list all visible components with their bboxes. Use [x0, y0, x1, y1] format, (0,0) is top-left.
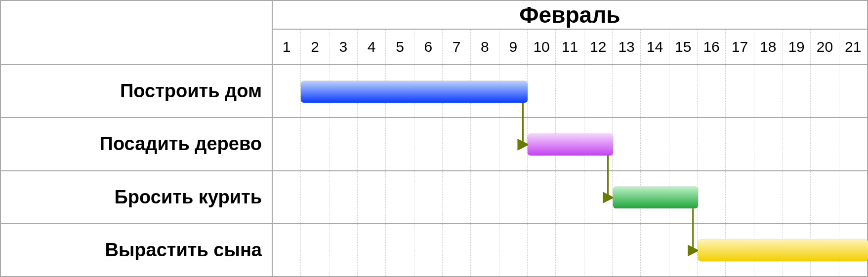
- grid-col: [273, 65, 301, 117]
- grid-col: [301, 224, 329, 276]
- day-label: 20: [811, 30, 839, 64]
- grid-col: [641, 224, 669, 276]
- grid-col: [811, 65, 839, 117]
- grid-col: [811, 118, 839, 170]
- grid-col: [754, 224, 783, 276]
- grid-col: [443, 224, 471, 276]
- day-label: 4: [358, 30, 386, 64]
- task-label: Вырастить сына: [1, 224, 273, 276]
- grid-col: [556, 224, 584, 276]
- grid-col: [839, 224, 867, 276]
- grid-col: [443, 118, 471, 170]
- grid-col: [584, 118, 613, 170]
- grid-col: [641, 65, 669, 117]
- grid-col: [726, 224, 754, 276]
- grid-col: [839, 65, 867, 117]
- grid-col: [414, 224, 443, 276]
- grid-col: [273, 118, 301, 170]
- grid-col: [443, 65, 471, 117]
- grid-col: [613, 171, 641, 223]
- days-scale: 123456789101112131415161718192021: [273, 30, 867, 64]
- day-label: 18: [754, 30, 783, 64]
- grid-col: [358, 118, 386, 170]
- day-label: 16: [698, 30, 726, 64]
- grid-col: [273, 171, 301, 223]
- grid-col: [698, 65, 726, 117]
- task-label: Посадить дерево: [1, 118, 273, 170]
- grid-col: [811, 171, 839, 223]
- day-label: 17: [726, 30, 754, 64]
- gantt-chart: Февраль 12345678910111213141516171819202…: [0, 0, 868, 277]
- grid-col: [669, 65, 698, 117]
- day-label: 8: [471, 30, 499, 64]
- grid-col: [414, 171, 443, 223]
- grid-col: [499, 171, 528, 223]
- task-timeline: [273, 171, 867, 223]
- grid-col: [528, 118, 556, 170]
- grid-col: [669, 224, 698, 276]
- grid-col: [273, 224, 301, 276]
- grid-col: [726, 118, 754, 170]
- grid-col: [556, 65, 584, 117]
- day-label: 3: [330, 30, 358, 64]
- grid-col: [669, 171, 698, 223]
- grid-col: [358, 224, 386, 276]
- grid-col: [499, 65, 528, 117]
- grid-col: [839, 171, 867, 223]
- grid-col: [499, 224, 528, 276]
- grid-col: [386, 118, 414, 170]
- grid-col: [330, 224, 358, 276]
- task-row: Бросить курить: [1, 171, 867, 224]
- grid-col: [698, 171, 726, 223]
- day-label: 10: [528, 30, 556, 64]
- day-label: 14: [641, 30, 669, 64]
- grid-col: [301, 65, 329, 117]
- grid-col: [556, 118, 584, 170]
- task-row: Вырастить сына: [1, 224, 867, 276]
- grid-col: [471, 171, 499, 223]
- grid-col: [783, 118, 811, 170]
- grid-col: [839, 118, 867, 170]
- grid-col: [330, 171, 358, 223]
- task-label: Бросить курить: [1, 171, 273, 223]
- grid-col: [613, 224, 641, 276]
- task-row: Построить дом: [1, 65, 867, 118]
- day-label: 21: [839, 30, 867, 64]
- day-label: 2: [301, 30, 329, 64]
- grid-col: [726, 65, 754, 117]
- day-label: 1: [273, 30, 301, 64]
- grid-col: [584, 171, 613, 223]
- grid-col: [330, 65, 358, 117]
- day-label: 11: [556, 30, 584, 64]
- day-label: 13: [613, 30, 641, 64]
- grid-col: [386, 65, 414, 117]
- day-label: 5: [386, 30, 414, 64]
- day-label: 6: [414, 30, 443, 64]
- grid-col: [641, 118, 669, 170]
- grid-col: [301, 171, 329, 223]
- grid-col: [754, 171, 783, 223]
- day-label: 15: [669, 30, 698, 64]
- grid-col: [301, 118, 329, 170]
- corner-cell: [1, 1, 273, 65]
- grid-col: [358, 65, 386, 117]
- grid-col: [726, 171, 754, 223]
- grid-col: [698, 118, 726, 170]
- grid-col: [386, 224, 414, 276]
- grid-col: [613, 65, 641, 117]
- grid-col: [414, 65, 443, 117]
- grid-col: [471, 118, 499, 170]
- grid-col: [669, 118, 698, 170]
- grid-col: [443, 171, 471, 223]
- grid-col: [783, 224, 811, 276]
- grid-col: [811, 224, 839, 276]
- grid-col: [783, 65, 811, 117]
- grid-col: [528, 171, 556, 223]
- day-label: 19: [783, 30, 811, 64]
- task-label: Построить дом: [1, 65, 273, 117]
- grid-col: [754, 118, 783, 170]
- grid-col: [613, 118, 641, 170]
- day-label: 7: [443, 30, 471, 64]
- grid-col: [584, 65, 613, 117]
- grid-col: [556, 171, 584, 223]
